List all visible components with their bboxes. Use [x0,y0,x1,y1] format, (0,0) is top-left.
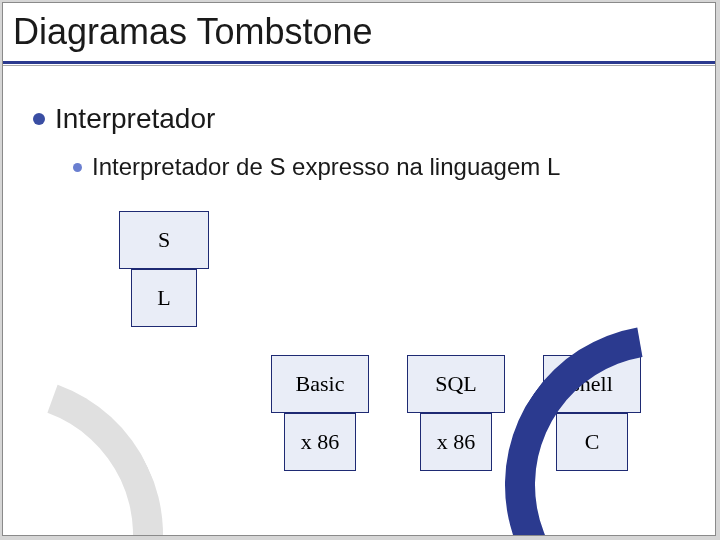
example-top-box: SQL [407,355,505,413]
bullet-level1: Interpretador [33,103,215,135]
bullet-icon [33,113,45,125]
example-top-box: Basic [271,355,369,413]
bullet-level1-text: Interpretador [55,103,215,135]
generic-top-box: S [119,211,209,269]
bullet-icon [73,163,82,172]
slide: Diagramas Tombstone Interpretador Interp… [2,2,716,536]
slide-title: Diagramas Tombstone [13,11,373,53]
title-rule-thick [3,61,715,64]
decorative-arc-left [2,322,216,536]
bullet-level2: Interpretador de S expresso na linguagem… [73,153,560,181]
example-bottom-box: x 86 [420,413,492,471]
bullet-level2-text: Interpretador de S expresso na linguagem… [92,153,560,181]
generic-bottom-box: L [131,269,197,327]
title-rule-thin [3,65,715,66]
example-bottom-box: x 86 [284,413,356,471]
